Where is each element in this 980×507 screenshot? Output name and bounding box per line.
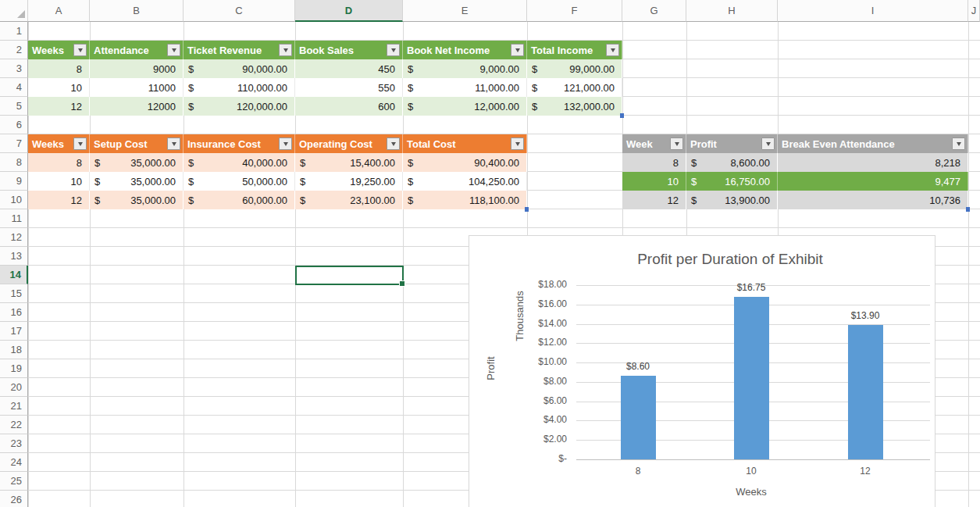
- chart-y-axis-title[interactable]: Profit: [485, 326, 497, 412]
- column-header-e[interactable]: E: [403, 0, 527, 22]
- table-cell[interactable]: 10: [28, 78, 90, 97]
- table-cell[interactable]: $35,000.00: [90, 153, 184, 172]
- table-cell[interactable]: $19,250.00: [295, 172, 403, 191]
- table-cell[interactable]: $120,000.00: [184, 97, 295, 116]
- row-header-25[interactable]: 25: [0, 472, 28, 491]
- filter-button[interactable]: [73, 137, 87, 150]
- row-header-15[interactable]: 15: [0, 284, 28, 303]
- table-header-cell[interactable]: Book Net Income: [403, 41, 527, 59]
- bar[interactable]: [621, 376, 656, 459]
- bar[interactable]: [848, 325, 883, 459]
- column-header-c[interactable]: C: [184, 0, 295, 22]
- table-header-cell[interactable]: Profit: [686, 134, 778, 153]
- table-header-cell[interactable]: Break Even Attendance: [778, 134, 968, 153]
- table-cell[interactable]: 600: [295, 97, 403, 116]
- row-header-21[interactable]: 21: [0, 397, 28, 416]
- column-header-i[interactable]: I: [778, 0, 968, 22]
- table-cell[interactable]: $121,000.00: [527, 78, 622, 97]
- row-header-26[interactable]: 26: [0, 491, 28, 507]
- table-cell[interactable]: 12: [622, 191, 686, 209]
- row-header-24[interactable]: 24: [0, 453, 28, 472]
- table-cell[interactable]: $40,000.00: [184, 153, 295, 172]
- table-cell[interactable]: $8,600.00: [686, 153, 778, 172]
- filter-button[interactable]: [952, 137, 965, 150]
- table-cell[interactable]: 8: [28, 59, 90, 78]
- table-cell[interactable]: $9,000.00: [403, 59, 527, 78]
- row-header-16[interactable]: 16: [0, 303, 28, 322]
- column-header-f[interactable]: F: [527, 0, 622, 22]
- table-cell[interactable]: $11,000.00: [403, 78, 527, 97]
- chart-title[interactable]: Profit per Duration of Exhibit: [524, 251, 936, 268]
- table-header-cell[interactable]: Book Sales: [295, 41, 403, 59]
- table-cell[interactable]: $60,000.00: [184, 191, 295, 209]
- table-cell[interactable]: $12,000.00: [403, 97, 527, 116]
- column-header-d[interactable]: D: [295, 0, 403, 22]
- table-header-cell[interactable]: Total Income: [527, 41, 622, 59]
- filter-button[interactable]: [73, 44, 87, 56]
- table-cell[interactable]: $23,100.00: [295, 191, 403, 209]
- filter-button[interactable]: [670, 137, 683, 150]
- table-cell[interactable]: $13,900.00: [686, 191, 778, 209]
- table-cell[interactable]: 12: [28, 191, 90, 209]
- table-cell[interactable]: 12: [28, 97, 90, 116]
- row-header-10[interactable]: 10: [0, 191, 28, 209]
- table-cell[interactable]: 9000: [90, 59, 184, 78]
- table-cell[interactable]: $104,250.00: [403, 172, 527, 191]
- table-cell[interactable]: $16,750.00: [686, 172, 778, 191]
- column-header-j[interactable]: J: [968, 0, 980, 22]
- table-cell[interactable]: 10,736: [778, 191, 968, 209]
- table-cell[interactable]: 10: [28, 172, 90, 191]
- table-resize-handle[interactable]: [620, 113, 624, 118]
- table-header-cell[interactable]: Week: [622, 134, 686, 153]
- row-header-5[interactable]: 5: [0, 97, 28, 116]
- row-header-12[interactable]: 12: [0, 228, 28, 247]
- select-all-corner[interactable]: [0, 0, 28, 22]
- table-resize-handle[interactable]: [525, 207, 529, 212]
- row-header-4[interactable]: 4: [0, 78, 28, 97]
- row-header-17[interactable]: 17: [0, 322, 28, 341]
- row-header-20[interactable]: 20: [0, 378, 28, 397]
- row-header-14[interactable]: 14: [0, 266, 28, 284]
- table-cell[interactable]: $99,000.00: [527, 59, 622, 78]
- table-header-cell[interactable]: Ticket Revenue: [184, 41, 295, 59]
- table-header-cell[interactable]: Attendance: [90, 41, 184, 59]
- table-cell[interactable]: 11000: [90, 78, 184, 97]
- filter-button[interactable]: [761, 137, 775, 150]
- filter-button[interactable]: [606, 44, 619, 56]
- row-header-2[interactable]: 2: [0, 41, 28, 59]
- table-cell[interactable]: $118,100.00: [403, 191, 527, 209]
- table-header-cell[interactable]: Setup Cost: [90, 134, 184, 153]
- filter-button[interactable]: [387, 137, 400, 150]
- table-cell[interactable]: $90,400.00: [403, 153, 527, 172]
- column-header-g[interactable]: G: [622, 0, 686, 22]
- table-cell[interactable]: $132,000.00: [527, 97, 622, 116]
- table-header-cell[interactable]: Total Cost: [403, 134, 527, 153]
- row-header-6[interactable]: 6: [0, 116, 28, 134]
- row-header-23[interactable]: 23: [0, 434, 28, 453]
- table-cell[interactable]: $90,000.00: [184, 59, 295, 78]
- chart-x-axis-title[interactable]: Weeks: [728, 486, 775, 498]
- column-header-b[interactable]: B: [90, 0, 184, 22]
- filter-button[interactable]: [279, 137, 292, 150]
- table-resize-handle[interactable]: [966, 207, 970, 212]
- filter-button[interactable]: [387, 44, 400, 56]
- row-header-3[interactable]: 3: [0, 59, 28, 78]
- row-header-19[interactable]: 19: [0, 359, 28, 378]
- table-header-cell[interactable]: Insurance Cost: [184, 134, 295, 153]
- table-cell[interactable]: 12000: [90, 97, 184, 116]
- row-header-9[interactable]: 9: [0, 172, 28, 191]
- filter-button[interactable]: [167, 137, 180, 150]
- bar[interactable]: [734, 297, 769, 459]
- row-header-7[interactable]: 7: [0, 134, 28, 153]
- filter-button[interactable]: [279, 44, 292, 56]
- table-cell[interactable]: $110,000.00: [184, 78, 295, 97]
- table-cell[interactable]: $15,400.00: [295, 153, 403, 172]
- column-header-a[interactable]: A: [28, 0, 90, 22]
- column-header-h[interactable]: H: [686, 0, 778, 22]
- table-cell[interactable]: 450: [295, 59, 403, 78]
- row-header-18[interactable]: 18: [0, 341, 28, 359]
- table-cell[interactable]: 9,477: [778, 172, 968, 191]
- filter-button[interactable]: [167, 44, 180, 56]
- row-header-13[interactable]: 13: [0, 247, 28, 266]
- table-header-cell[interactable]: Weeks: [28, 134, 90, 153]
